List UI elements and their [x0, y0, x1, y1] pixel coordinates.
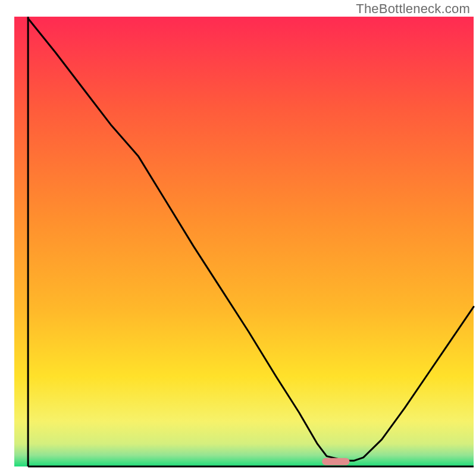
optimal-zone-marker: [322, 458, 349, 465]
bottleneck-chart: [0, 0, 476, 476]
chart-container: TheBottleneck.com: [0, 0, 476, 476]
chart-background: [14, 17, 474, 466]
